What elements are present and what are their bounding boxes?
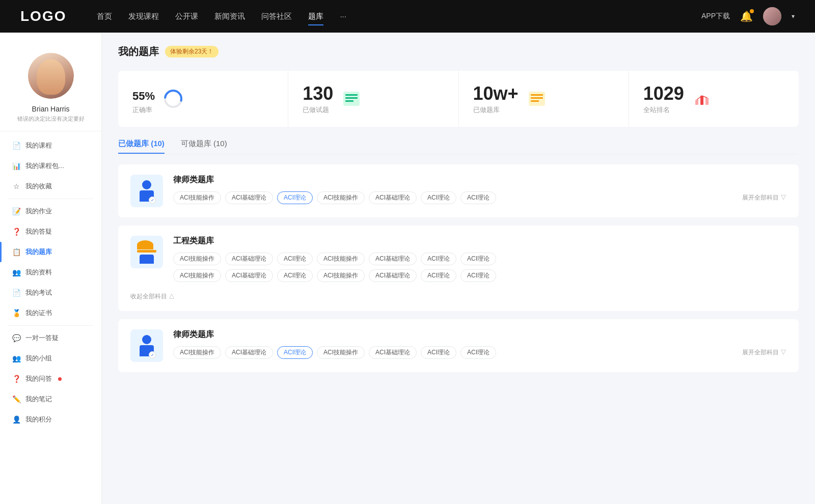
engineer-helmet-icon	[137, 240, 156, 264]
main-content: 我的题库 体验剩余23天！ 55% 正确率	[102, 33, 815, 504]
stat-suffix: %	[145, 90, 155, 102]
bank-card-content-1: 律师类题库 ACI技能操作 ACI基础理论 ACI理论 ACI技能操作 ACI基…	[173, 175, 786, 204]
tag-2-e5[interactable]: ACI理论	[421, 269, 456, 282]
tag-2-6[interactable]: ACI理论	[460, 253, 496, 265]
table-yellow-icon	[529, 92, 545, 106]
tag-2-e2[interactable]: ACI理论	[277, 269, 313, 282]
bank-icon-lawyer-2: ✓	[130, 329, 163, 362]
tag-2-e4[interactable]: ACI基础理论	[369, 269, 417, 282]
tag-1-0[interactable]: ACI技能操作	[173, 191, 221, 204]
lawyer-figure-icon: ✓	[140, 180, 154, 202]
sidebar-item-my-questions[interactable]: ❓ 我的问答	[0, 369, 101, 389]
profile-avatar[interactable]	[28, 53, 74, 99]
notes-icon: ✏️	[12, 395, 20, 403]
lawyer-check-icon-2: ✓	[149, 351, 156, 358]
tag-1-2[interactable]: ACI理论	[277, 191, 313, 204]
nav-item-qa[interactable]: 问答社区	[261, 10, 292, 23]
svg-rect-11	[700, 96, 703, 105]
svg-rect-4	[345, 97, 358, 99]
tag-3-0[interactable]: ACI技能操作	[173, 346, 221, 359]
stat-done-questions: 130 已做试题	[288, 71, 458, 127]
avatar-image	[763, 7, 781, 25]
bar-chart-red-icon	[694, 92, 711, 106]
tag-2-1[interactable]: ACI基础理论	[225, 253, 273, 265]
nav-item-quiz[interactable]: 题库	[308, 10, 323, 23]
quiz-tabs: 已做题库 (10) 可做题库 (10)	[118, 139, 799, 154]
nav-item-more[interactable]: ···	[340, 10, 346, 23]
tag-2-e6[interactable]: ACI理论	[460, 269, 496, 282]
tags-row-2: ACI技能操作 ACI基础理论 ACI理论 ACI技能操作 ACI基础理论 AC…	[173, 253, 496, 265]
tag-2-0[interactable]: ACI技能操作	[173, 253, 221, 265]
engineer-body	[140, 255, 154, 264]
sidebar-item-my-quiz[interactable]: 📋 我的题库	[0, 242, 101, 262]
sidebar-item-1on1[interactable]: 💬 一对一答疑	[0, 328, 101, 348]
nav-item-home[interactable]: 首页	[97, 10, 112, 23]
tag-1-4[interactable]: ACI基础理论	[369, 191, 417, 204]
page-header: 我的题库 体验剩余23天！	[118, 45, 799, 59]
stat-accuracy-label: 正确率	[132, 105, 155, 115]
pie-chart	[163, 89, 183, 109]
tag-2-e0[interactable]: ACI技能操作	[173, 269, 221, 282]
tags-row-1: ACI技能操作 ACI基础理论 ACI理论 ACI技能操作 ACI基础理论 AC…	[173, 191, 786, 204]
svg-rect-8	[531, 97, 543, 99]
stat-done-banks-value: 10w+	[473, 83, 519, 104]
tag-3-4[interactable]: ACI基础理论	[369, 346, 417, 359]
tab-done-banks[interactable]: 已做题库 (10)	[118, 139, 165, 154]
expand-link-3[interactable]: 展开全部科目 ▽	[742, 348, 786, 357]
stat-ranking: 1029 全站排名	[629, 71, 799, 127]
tag-3-1[interactable]: ACI基础理论	[225, 346, 273, 359]
stat-done-questions-value: 130	[303, 83, 333, 104]
collapse-label[interactable]: 收起全部科目 △	[130, 292, 175, 301]
sidebar-item-favorites[interactable]: ☆ 我的收藏	[0, 176, 101, 197]
tag-1-3[interactable]: ACI技能操作	[317, 191, 365, 204]
sidebar-item-my-notes[interactable]: ✏️ 我的笔记	[0, 389, 101, 409]
nav-item-news[interactable]: 新闻资讯	[214, 10, 245, 23]
logo[interactable]: LOGO	[20, 8, 66, 24]
user-avatar[interactable]	[763, 7, 781, 25]
sidebar-item-my-exam[interactable]: 📄 我的考试	[0, 283, 101, 303]
sidebar-item-certificate[interactable]: 🏅 我的证书	[0, 303, 101, 323]
tag-1-1[interactable]: ACI基础理论	[225, 191, 273, 204]
tag-2-2[interactable]: ACI理论	[277, 253, 313, 265]
sidebar-item-qa-mine[interactable]: ❓ 我的答疑	[0, 221, 101, 242]
tag-3-6[interactable]: ACI理论	[460, 346, 496, 359]
bank-card-lawyer-2: ✓ 律师类题库 ACI技能操作 ACI基础理论 ACI理论 ACI技能操作 AC…	[118, 319, 799, 372]
my-data-icon: 👥	[12, 268, 20, 276]
stat-done-banks-text: 10w+ 已做题库	[473, 83, 519, 115]
tag-1-6[interactable]: ACI理论	[460, 191, 496, 204]
tag-2-4[interactable]: ACI基础理论	[369, 253, 417, 265]
svg-rect-3	[345, 94, 358, 96]
expand-link-1[interactable]: 展开全部科目 ▽	[742, 193, 786, 202]
tag-3-3[interactable]: ACI技能操作	[317, 346, 365, 359]
notification-bell[interactable]: 🔔	[740, 10, 753, 22]
nav-item-discover[interactable]: 发现课程	[128, 10, 159, 23]
sidebar-item-label: 我的笔记	[25, 395, 52, 404]
sidebar-item-my-courses[interactable]: 📄 我的课程	[0, 135, 101, 156]
tag-1-5[interactable]: ACI理论	[421, 191, 456, 204]
tag-3-2[interactable]: ACI理论	[277, 346, 313, 359]
tag-3-5[interactable]: ACI理论	[421, 346, 456, 359]
tag-2-e3[interactable]: ACI技能操作	[317, 269, 365, 282]
sidebar-item-my-data[interactable]: 👥 我的资料	[0, 262, 101, 283]
app-download-link[interactable]: APP下载	[701, 12, 730, 21]
tag-2-e1[interactable]: ACI基础理论	[225, 269, 273, 282]
collapse-link-2[interactable]: 收起全部科目 △	[130, 292, 175, 301]
stat-done-banks-label: 已做题库	[473, 105, 519, 115]
tag-2-5[interactable]: ACI理论	[421, 253, 456, 265]
sidebar-item-label: 我的课程包...	[25, 161, 64, 171]
sidebar-divider-2	[8, 325, 93, 326]
tag-2-3[interactable]: ACI技能操作	[317, 253, 365, 265]
group-icon: 👥	[12, 354, 20, 362]
sidebar-item-my-group[interactable]: 👥 我的小组	[0, 348, 101, 369]
profile-name: Brian Harris	[32, 105, 70, 113]
sidebar-item-my-points[interactable]: 👤 我的积分	[0, 409, 101, 430]
avatar-chevron-icon[interactable]: ▾	[792, 13, 795, 20]
stats-row: 55% 正确率 130 已做试题	[118, 71, 799, 127]
stat-done-questions-text: 130 已做试题	[303, 83, 333, 115]
sidebar-item-homework[interactable]: 📝 我的作业	[0, 201, 101, 221]
lawyer-head	[142, 180, 151, 189]
tab-available-banks[interactable]: 可做题库 (10)	[181, 139, 227, 154]
sidebar-item-course-packages[interactable]: 📊 我的课程包...	[0, 156, 101, 176]
bank-card-engineer: 工程类题库 ACI技能操作 ACI基础理论 ACI理论 ACI技能操作 ACI基…	[118, 226, 799, 311]
nav-item-open[interactable]: 公开课	[175, 10, 198, 23]
